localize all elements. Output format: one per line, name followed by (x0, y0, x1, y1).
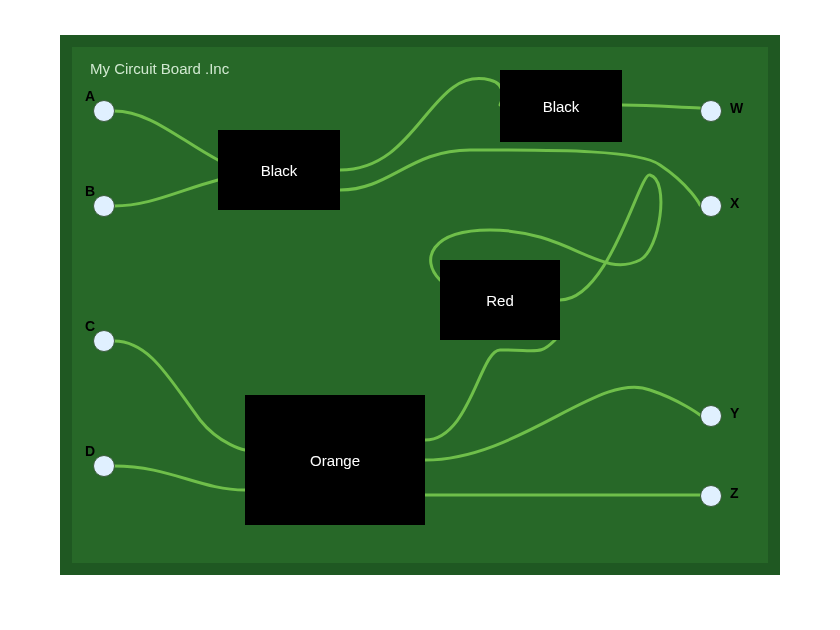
pin-label-y: Y (730, 405, 739, 421)
pin-label-b: B (85, 183, 95, 199)
chip-black-2: Black (500, 70, 622, 142)
chip-red: Red (440, 260, 560, 340)
pin-label-a: A (85, 88, 95, 104)
pin-label-c: C (85, 318, 95, 334)
pin-c (93, 330, 115, 352)
chip-orange: Orange (245, 395, 425, 525)
chip-black-1: Black (218, 130, 340, 210)
pin-z (700, 485, 722, 507)
pin-label-z: Z (730, 485, 739, 501)
pin-a (93, 100, 115, 122)
pin-w (700, 100, 722, 122)
pin-b (93, 195, 115, 217)
pin-label-w: W (730, 100, 743, 116)
pin-label-d: D (85, 443, 95, 459)
pin-y (700, 405, 722, 427)
board-title: My Circuit Board .Inc (90, 60, 229, 77)
pin-d (93, 455, 115, 477)
pin-label-x: X (730, 195, 739, 211)
pin-x (700, 195, 722, 217)
